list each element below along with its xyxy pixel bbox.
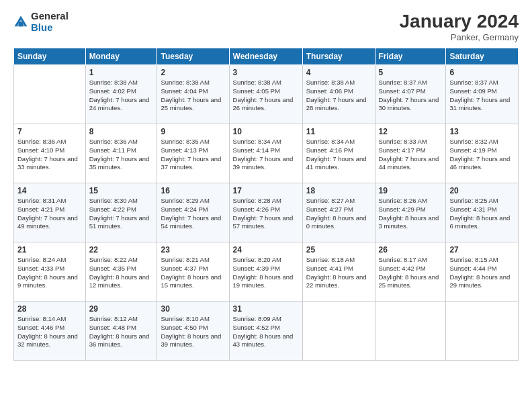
- calendar-cell-w2-d2: 8Sunrise: 8:36 AMSunset: 4:11 PMDaylight…: [85, 124, 157, 183]
- calendar-cell-w3-d1: 14Sunrise: 8:31 AMSunset: 4:21 PMDayligh…: [14, 183, 86, 242]
- day-info: Sunrise: 8:31 AMSunset: 4:21 PMDaylight:…: [17, 197, 82, 231]
- day-info: Sunrise: 8:21 AMSunset: 4:37 PMDaylight:…: [161, 256, 225, 290]
- col-thursday: Thursday: [302, 48, 375, 65]
- day-number: 29: [89, 304, 154, 314]
- day-info: Sunrise: 8:14 AMSunset: 4:46 PMDaylight:…: [17, 315, 82, 349]
- calendar-cell-w1-d6: 5Sunrise: 8:37 AMSunset: 4:07 PMDaylight…: [375, 65, 446, 124]
- day-number: 26: [379, 245, 443, 255]
- day-info: Sunrise: 8:37 AMSunset: 4:07 PMDaylight:…: [379, 79, 443, 113]
- day-info: Sunrise: 8:37 AMSunset: 4:09 PMDaylight:…: [449, 79, 515, 113]
- calendar-cell-w4-d3: 23Sunrise: 8:21 AMSunset: 4:37 PMDayligh…: [157, 242, 229, 302]
- calendar-cell-w5-d7: [446, 302, 519, 361]
- day-number: 17: [233, 186, 299, 195]
- logo: General Blue: [13, 11, 69, 33]
- day-info: Sunrise: 8:17 AMSunset: 4:42 PMDaylight:…: [379, 256, 443, 290]
- calendar-cell-w4-d1: 21Sunrise: 8:24 AMSunset: 4:33 PMDayligh…: [14, 242, 86, 302]
- day-info: Sunrise: 8:20 AMSunset: 4:39 PMDaylight:…: [233, 256, 299, 290]
- calendar-cell-w1-d1: [14, 65, 86, 124]
- day-info: Sunrise: 8:38 AMSunset: 4:06 PMDaylight:…: [306, 79, 371, 113]
- calendar-cell-w1-d4: 3Sunrise: 8:38 AMSunset: 4:05 PMDaylight…: [229, 65, 302, 124]
- day-info: Sunrise: 8:28 AMSunset: 4:26 PMDaylight:…: [233, 197, 299, 231]
- page-header: General Blue January 2024 Panker, German…: [13, 11, 519, 42]
- col-tuesday: Tuesday: [157, 48, 229, 65]
- calendar-cell-w5-d1: 28Sunrise: 8:14 AMSunset: 4:46 PMDayligh…: [14, 302, 86, 361]
- calendar-header-row: Sunday Monday Tuesday Wednesday Thursday…: [14, 48, 519, 65]
- calendar-cell-w3-d7: 20Sunrise: 8:25 AMSunset: 4:31 PMDayligh…: [446, 183, 519, 242]
- day-info: Sunrise: 8:22 AMSunset: 4:35 PMDaylight:…: [89, 256, 154, 290]
- calendar-cell-w3-d5: 18Sunrise: 8:27 AMSunset: 4:27 PMDayligh…: [302, 183, 375, 242]
- calendar-cell-w1-d5: 4Sunrise: 8:38 AMSunset: 4:06 PMDaylight…: [302, 65, 375, 124]
- day-number: 9: [161, 127, 225, 136]
- col-monday: Monday: [85, 48, 157, 65]
- week-row-5: 28Sunrise: 8:14 AMSunset: 4:46 PMDayligh…: [14, 302, 519, 361]
- day-info: Sunrise: 8:09 AMSunset: 4:52 PMDaylight:…: [233, 315, 299, 349]
- calendar-cell-w3-d4: 17Sunrise: 8:28 AMSunset: 4:26 PMDayligh…: [229, 183, 302, 242]
- calendar-cell-w4-d6: 26Sunrise: 8:17 AMSunset: 4:42 PMDayligh…: [375, 242, 446, 302]
- day-number: 28: [17, 304, 82, 314]
- calendar-cell-w4-d2: 22Sunrise: 8:22 AMSunset: 4:35 PMDayligh…: [85, 242, 157, 302]
- logo-blue-text: Blue: [31, 21, 53, 33]
- day-info: Sunrise: 8:34 AMSunset: 4:16 PMDaylight:…: [306, 138, 371, 172]
- week-row-3: 14Sunrise: 8:31 AMSunset: 4:21 PMDayligh…: [14, 183, 519, 242]
- day-number: 12: [379, 127, 443, 136]
- day-info: Sunrise: 8:38 AMSunset: 4:02 PMDaylight:…: [89, 79, 154, 113]
- logo-text: General Blue: [31, 11, 69, 33]
- day-number: 19: [379, 186, 443, 195]
- day-info: Sunrise: 8:38 AMSunset: 4:04 PMDaylight:…: [161, 79, 225, 113]
- day-number: 1: [89, 68, 154, 77]
- day-number: 10: [233, 127, 299, 136]
- calendar-cell-w1-d7: 6Sunrise: 8:37 AMSunset: 4:09 PMDaylight…: [446, 65, 519, 124]
- col-friday: Friday: [375, 48, 446, 65]
- day-info: Sunrise: 8:12 AMSunset: 4:48 PMDaylight:…: [89, 315, 154, 349]
- day-number: 11: [306, 127, 371, 136]
- calendar-cell-w5-d4: 31Sunrise: 8:09 AMSunset: 4:52 PMDayligh…: [229, 302, 302, 361]
- week-row-4: 21Sunrise: 8:24 AMSunset: 4:33 PMDayligh…: [14, 242, 519, 302]
- location: Panker, Germany: [400, 32, 519, 42]
- calendar-cell-w3-d6: 19Sunrise: 8:26 AMSunset: 4:29 PMDayligh…: [375, 183, 446, 242]
- day-info: Sunrise: 8:30 AMSunset: 4:22 PMDaylight:…: [89, 197, 154, 231]
- day-info: Sunrise: 8:36 AMSunset: 4:10 PMDaylight:…: [17, 138, 82, 172]
- calendar-page: General Blue January 2024 Panker, German…: [0, 0, 532, 411]
- day-number: 4: [306, 68, 371, 77]
- day-number: 6: [449, 68, 515, 77]
- calendar-cell-w5-d2: 29Sunrise: 8:12 AMSunset: 4:48 PMDayligh…: [85, 302, 157, 361]
- day-info: Sunrise: 8:32 AMSunset: 4:19 PMDaylight:…: [449, 138, 515, 172]
- day-number: 20: [449, 186, 515, 195]
- day-info: Sunrise: 8:33 AMSunset: 4:17 PMDaylight:…: [379, 138, 443, 172]
- calendar-cell-w4-d7: 27Sunrise: 8:15 AMSunset: 4:44 PMDayligh…: [446, 242, 519, 302]
- day-info: Sunrise: 8:26 AMSunset: 4:29 PMDaylight:…: [379, 197, 443, 231]
- title-block: January 2024 Panker, Germany: [400, 11, 519, 42]
- logo-icon: [13, 15, 28, 30]
- calendar-cell-w2-d7: 13Sunrise: 8:32 AMSunset: 4:19 PMDayligh…: [446, 124, 519, 183]
- col-sunday: Sunday: [14, 48, 86, 65]
- day-number: 23: [161, 245, 225, 255]
- day-number: 27: [449, 245, 515, 255]
- day-info: Sunrise: 8:29 AMSunset: 4:24 PMDaylight:…: [161, 197, 225, 231]
- logo-general-text: General: [31, 10, 69, 21]
- week-row-2: 7Sunrise: 8:36 AMSunset: 4:10 PMDaylight…: [14, 124, 519, 183]
- calendar-cell-w5-d5: [302, 302, 375, 361]
- day-info: Sunrise: 8:25 AMSunset: 4:31 PMDaylight:…: [449, 197, 515, 231]
- day-number: 2: [161, 68, 225, 77]
- calendar-cell-w4-d5: 25Sunrise: 8:18 AMSunset: 4:41 PMDayligh…: [302, 242, 375, 302]
- day-info: Sunrise: 8:36 AMSunset: 4:11 PMDaylight:…: [89, 138, 154, 172]
- calendar-cell-w5-d3: 30Sunrise: 8:10 AMSunset: 4:50 PMDayligh…: [157, 302, 229, 361]
- calendar-cell-w3-d2: 15Sunrise: 8:30 AMSunset: 4:22 PMDayligh…: [85, 183, 157, 242]
- day-info: Sunrise: 8:15 AMSunset: 4:44 PMDaylight:…: [449, 256, 515, 290]
- col-saturday: Saturday: [446, 48, 519, 65]
- day-number: 8: [89, 127, 154, 136]
- day-info: Sunrise: 8:27 AMSunset: 4:27 PMDaylight:…: [306, 197, 371, 231]
- month-title: January 2024: [400, 11, 519, 32]
- day-info: Sunrise: 8:34 AMSunset: 4:14 PMDaylight:…: [233, 138, 299, 172]
- calendar-table: Sunday Monday Tuesday Wednesday Thursday…: [13, 48, 519, 361]
- day-info: Sunrise: 8:38 AMSunset: 4:05 PMDaylight:…: [233, 79, 299, 113]
- day-number: 22: [89, 245, 154, 255]
- calendar-cell-w3-d3: 16Sunrise: 8:29 AMSunset: 4:24 PMDayligh…: [157, 183, 229, 242]
- day-number: 13: [449, 127, 515, 136]
- day-number: 16: [161, 186, 225, 195]
- day-info: Sunrise: 8:18 AMSunset: 4:41 PMDaylight:…: [306, 256, 371, 290]
- day-number: 5: [379, 68, 443, 77]
- calendar-cell-w2-d6: 12Sunrise: 8:33 AMSunset: 4:17 PMDayligh…: [375, 124, 446, 183]
- day-number: 25: [306, 245, 371, 255]
- week-row-1: 1Sunrise: 8:38 AMSunset: 4:02 PMDaylight…: [14, 65, 519, 124]
